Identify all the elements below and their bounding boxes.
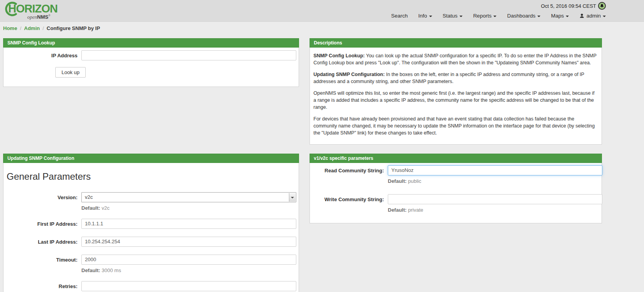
panel-title: Updating SNMP Configuration	[3, 154, 299, 163]
breadcrumb-current-page: Configure SNMP by IP	[47, 25, 100, 31]
nav-user-menu[interactable]: admin	[579, 13, 606, 19]
descriptions-panel: Descriptions SNMP Config Lookup: You can…	[310, 38, 602, 145]
chevron-down-icon	[566, 16, 569, 17]
panel-title: Descriptions	[310, 38, 602, 48]
read-community-default-note: Default: public	[388, 178, 602, 184]
v1v2c-parameters-panel: v1/v2c specific parameters Read Communit…	[310, 154, 602, 223]
last-ip-input[interactable]	[81, 237, 296, 247]
nav-search[interactable]: Search	[391, 13, 408, 19]
chevron-down-icon	[537, 16, 540, 17]
write-community-label: Write Community String:	[310, 194, 388, 213]
current-datetime: Oct 5, 2016 09:54 CEST	[541, 3, 596, 9]
read-community-input[interactable]	[388, 165, 602, 175]
user-icon	[579, 13, 584, 18]
logo-subtitle: openNMS®	[27, 14, 50, 20]
breadcrumb: Home / Admin / Configure SNMP by IP	[0, 22, 644, 33]
description-paragraph: OpenNMS will optimize this list, so ente…	[313, 90, 598, 111]
first-ip-label: First IP Address:	[4, 219, 81, 229]
page-content: SNMP Config Lookup IP Address Look up De…	[0, 33, 644, 292]
datetime-row: Oct 5, 2016 09:54 CEST	[541, 2, 606, 10]
timeout-label: Timeout:	[4, 255, 81, 273]
read-community-label: Read Community String:	[310, 165, 388, 184]
retries-label: Retries:	[4, 281, 81, 292]
chevron-down-icon	[603, 16, 606, 17]
description-paragraph: Updating SNMP Configuration: In the boxe…	[313, 71, 598, 85]
first-ip-input[interactable]	[81, 219, 296, 229]
opennms-horizon-logo[interactable]: HORIZON openNMS®	[3, 1, 58, 20]
notices-bell-icon[interactable]	[598, 2, 606, 10]
panel-title: v1/v2c specific parameters	[310, 154, 602, 163]
main-nav: Search Info Status Reports Dashboards Ma…	[391, 13, 606, 19]
snmp-config-lookup-panel: SNMP Config Lookup IP Address Look up	[3, 38, 299, 87]
version-select[interactable]: v2c	[81, 192, 296, 202]
breadcrumb-separator: /	[20, 25, 21, 31]
nav-info[interactable]: Info	[418, 13, 432, 19]
breadcrumb-home[interactable]: Home	[3, 25, 17, 31]
breadcrumb-separator: /	[42, 25, 44, 31]
write-community-input[interactable]	[388, 194, 602, 204]
description-paragraph: For devices that have already been provi…	[313, 115, 598, 137]
timeout-input[interactable]	[81, 255, 296, 265]
nav-dashboards[interactable]: Dashboards	[507, 13, 540, 19]
retries-input[interactable]	[81, 281, 296, 291]
panel-title: SNMP Config Lookup	[3, 38, 299, 48]
breadcrumb-admin[interactable]: Admin	[24, 25, 40, 31]
app-header: HORIZON openNMS® Oct 5, 2016 09:54 CEST …	[0, 0, 644, 22]
write-community-default-note: Default: private	[388, 207, 602, 213]
version-default-note: Default: v2c	[81, 205, 296, 211]
chevron-down-icon	[429, 16, 432, 17]
chevron-down-icon	[493, 16, 496, 17]
timeout-default-note: Default: 3000 ms	[81, 267, 296, 273]
nav-status[interactable]: Status	[443, 13, 463, 19]
updating-snmp-configuration-panel: Updating SNMP Configuration General Para…	[3, 154, 299, 292]
general-parameters-heading: General Parameters	[7, 171, 299, 182]
logo-title: HORIZON	[8, 2, 58, 15]
ip-address-label: IP Address	[4, 50, 81, 60]
look-up-button[interactable]: Look up	[55, 67, 86, 78]
description-paragraph: SNMP Config Lookup: You can look up the …	[313, 52, 598, 67]
nav-reports[interactable]: Reports	[473, 13, 496, 19]
last-ip-label: Last IP Address:	[4, 237, 81, 247]
version-selected-value: v2c	[85, 194, 93, 200]
version-label: Version:	[4, 192, 81, 211]
ip-address-input[interactable]	[81, 50, 296, 60]
chevron-down-icon	[459, 16, 463, 17]
select-dropdown-icon[interactable]	[289, 193, 296, 202]
nav-maps[interactable]: Maps	[551, 13, 569, 19]
